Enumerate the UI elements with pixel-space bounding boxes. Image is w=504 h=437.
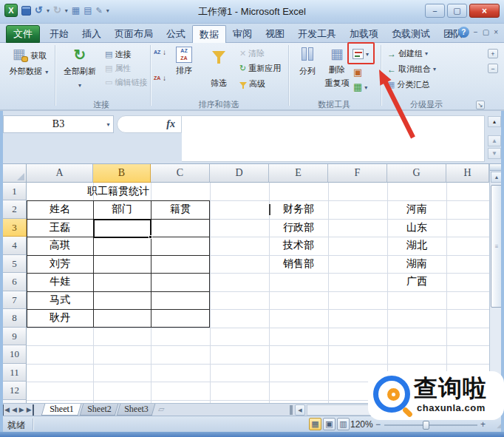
sort-descending-button[interactable]: ZA ↓ — [154, 74, 166, 82]
formula-scroll-up-icon[interactable]: ▲ — [488, 135, 501, 146]
hide-detail-button[interactable]: − — [488, 64, 498, 73]
row-header-2[interactable]: 2 — [3, 200, 27, 219]
tab-insert[interactable]: 插入 — [75, 25, 108, 43]
cell-e5[interactable]: 销售部 — [269, 255, 328, 273]
cell-a8[interactable]: 耿丹 — [27, 309, 93, 328]
insert-worksheet-icon[interactable]: ▱ — [158, 404, 164, 414]
row-header-11[interactable]: 11 — [3, 364, 27, 382]
column-header-f[interactable]: F — [328, 164, 387, 183]
sheet-tab-sheet3[interactable]: Sheet3 — [117, 404, 156, 416]
sheet-tab-sheet2[interactable]: Sheet2 — [80, 404, 119, 416]
collapse-ribbon-icon[interactable]: ▴ — [450, 27, 454, 38]
outline-dialog-launcher[interactable]: ↘ — [476, 101, 485, 109]
book-minimize-icon[interactable]: − — [474, 27, 478, 38]
row-header-4[interactable]: 4 — [3, 237, 27, 255]
row-header-3[interactable]: 3 — [3, 219, 27, 237]
text-to-columns-button[interactable]: 分列 — [293, 47, 322, 77]
row-header-7[interactable]: 7 — [3, 291, 27, 309]
connections-button[interactable]: ▤ 连接 — [105, 49, 131, 60]
name-box[interactable]: B3 — [3, 115, 114, 133]
column-header-g[interactable]: G — [387, 164, 446, 183]
cell-a7[interactable]: 马式 — [27, 291, 93, 309]
next-sheet-icon[interactable]: ▶ — [19, 404, 24, 416]
consolidate-button[interactable]: ▣ — [353, 67, 362, 78]
row-header-8[interactable]: 8 — [3, 309, 27, 328]
row-header-6[interactable]: 6 — [3, 273, 27, 291]
cell-e2[interactable]: 财务部 — [269, 200, 328, 219]
fill-handle[interactable] — [149, 235, 152, 239]
zoom-slider-thumb[interactable] — [423, 421, 429, 430]
column-header-b[interactable]: B — [93, 164, 151, 183]
cell-a4[interactable]: 高琪 — [27, 237, 93, 255]
zoom-slider-track[interactable] — [384, 424, 477, 426]
tab-home[interactable]: 开始 — [43, 25, 75, 43]
zoom-in-icon[interactable]: + — [480, 419, 486, 430]
select-all-corner[interactable] — [3, 164, 27, 183]
sort-ascending-button[interactable]: AZ ↓ — [154, 48, 166, 56]
minimize-button[interactable]: − — [425, 4, 445, 18]
cell-a5[interactable]: 刘芳 — [27, 255, 93, 273]
formula-bar-collapse-icon[interactable]: ▴ — [488, 116, 501, 127]
cell-a1-title[interactable]: 职工籍贯统计 — [27, 183, 210, 200]
cell-c2[interactable]: 籍贯 — [151, 200, 210, 219]
row-header-12[interactable]: 12 — [3, 382, 27, 400]
cell-a3[interactable]: 王磊 — [27, 219, 93, 237]
page-break-view-icon[interactable]: ▥ — [337, 418, 350, 430]
cell-e4[interactable]: 技术部 — [269, 237, 328, 255]
cell-g4[interactable]: 湖北 — [387, 237, 446, 255]
ungroup-button[interactable]: ← 取消组合 ▾ — [387, 64, 436, 75]
zoom-out-icon[interactable]: − — [375, 419, 381, 430]
tab-file[interactable]: 文件 — [6, 25, 40, 43]
prev-sheet-icon[interactable]: ◀ — [12, 404, 17, 416]
row-header-1[interactable]: 1 — [3, 183, 27, 200]
cell-g5[interactable]: 湖南 — [387, 255, 446, 273]
sort-button[interactable]: AZZA 排序 — [168, 47, 200, 76]
name-box-dropdown-icon[interactable]: ▾ — [103, 116, 113, 132]
selected-cell-b3[interactable] — [93, 219, 151, 238]
insert-function-button[interactable]: fx — [117, 115, 182, 133]
hscroll-left-icon[interactable]: ◀ — [295, 404, 305, 416]
reapply-button[interactable]: ↻ 重新应用 — [239, 63, 281, 74]
formula-scroll-down-icon[interactable]: ▼ — [488, 148, 501, 159]
formula-input[interactable] — [182, 115, 485, 162]
what-if-analysis-button[interactable]: ▦ ▾ — [353, 82, 367, 92]
last-sheet-icon[interactable]: ▶ — [27, 404, 34, 416]
close-button[interactable]: × — [469, 4, 500, 18]
tab-load-test[interactable]: 负载测试 — [385, 25, 437, 43]
tab-data[interactable]: 数据 — [192, 25, 226, 43]
cell-e3[interactable]: 行政部 — [269, 219, 328, 237]
row-header-9[interactable]: 9 — [3, 328, 27, 345]
cell-g3[interactable]: 山东 — [387, 219, 446, 237]
column-header-h[interactable]: H — [446, 164, 489, 183]
normal-view-icon[interactable]: ▦ — [309, 418, 321, 430]
cell-a2[interactable]: 姓名 — [27, 200, 93, 219]
tab-addins[interactable]: 加载项 — [343, 25, 385, 43]
filter-button[interactable]: 筛选 — [204, 49, 234, 89]
tab-page-layout[interactable]: 页面布局 — [108, 25, 160, 43]
cell-g6[interactable]: 广西 — [387, 273, 446, 291]
help-icon[interactable]: ? — [458, 27, 469, 38]
tab-review[interactable]: 审阅 — [226, 25, 259, 43]
column-header-e[interactable]: E — [269, 164, 328, 183]
sheet-tab-sheet1[interactable]: Sheet1 — [41, 404, 82, 416]
tab-split-handle[interactable] — [290, 405, 293, 415]
first-sheet-icon[interactable]: ◀ — [2, 404, 10, 416]
create-group-button[interactable]: → 创建组 ▾ — [387, 48, 428, 59]
maximize-button[interactable]: ▢ — [447, 4, 467, 18]
column-header-d[interactable]: D — [210, 164, 269, 183]
tab-developer[interactable]: 开发工具 — [291, 25, 343, 43]
book-close-icon[interactable]: × — [494, 27, 498, 38]
cell-b2[interactable]: 部门 — [93, 200, 151, 219]
column-header-a[interactable]: A — [27, 164, 93, 183]
advanced-filter-button[interactable]: 高级 — [239, 78, 265, 89]
show-detail-button[interactable]: + — [488, 49, 498, 58]
zoom-level[interactable]: 120% — [350, 419, 373, 430]
tab-formulas[interactable]: 公式 — [160, 25, 192, 43]
refresh-all-button[interactable]: ↻ 全部刷新 ▾ — [59, 46, 101, 90]
row-header-10[interactable]: 10 — [3, 345, 27, 364]
subtotal-button[interactable]: ▦ 分类汇总 — [387, 79, 429, 90]
tab-view[interactable]: 视图 — [259, 25, 291, 43]
cell-g2[interactable]: 河南 — [387, 200, 446, 219]
row-header-5[interactable]: 5 — [3, 255, 27, 273]
column-header-c[interactable]: C — [151, 164, 210, 183]
